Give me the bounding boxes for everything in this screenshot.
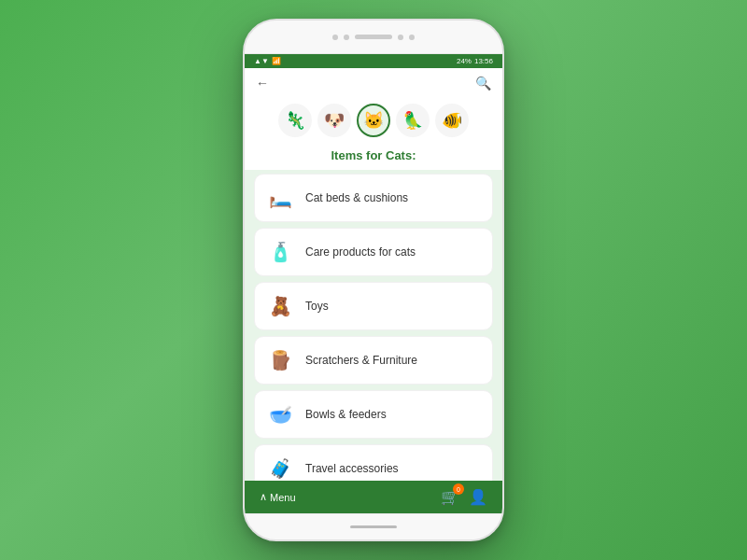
category-label-scratchers: Scratchers & Furniture xyxy=(305,354,417,367)
phone-bottom-bezel xyxy=(245,513,502,539)
profile-icon: 👤 xyxy=(469,489,487,505)
menu-button[interactable]: ∧ Menu xyxy=(260,491,296,503)
profile-button[interactable]: 👤 xyxy=(469,488,487,506)
status-left: ▲▼ 📶 xyxy=(254,57,281,65)
search-button[interactable]: 🔍 xyxy=(475,76,491,91)
category-item-bowls[interactable]: 🥣 Bowls & feeders xyxy=(254,390,493,439)
bottom-action-icons: 🛒 0 👤 xyxy=(441,488,487,506)
bottom-bar: ∧ Menu 🛒 0 👤 xyxy=(245,481,502,513)
category-item-toys[interactable]: 🧸 Toys xyxy=(254,282,493,330)
back-button[interactable]: ← xyxy=(256,76,269,91)
category-icon-beds: 🛏️ xyxy=(264,182,296,214)
bezel-dot-2 xyxy=(344,35,349,40)
category-item-care[interactable]: 🧴 Care products for cats xyxy=(254,228,493,276)
categories-list: 🛏️ Cat beds & cushions 🧴 Care products f… xyxy=(245,170,502,481)
signal-icon: ▲▼ xyxy=(254,57,269,65)
cart-badge: 0 xyxy=(453,483,464,495)
category-label-beds: Cat beds & cushions xyxy=(305,191,408,204)
home-bar xyxy=(350,525,397,528)
pet-category-row: 🦎 🐶 🐱 🦜 🐠 xyxy=(245,98,502,143)
category-icon-care: 🧴 xyxy=(264,236,296,268)
category-icon-scratchers: 🪵 xyxy=(264,344,296,376)
category-label-care: Care products for cats xyxy=(305,245,416,259)
top-nav: ← 🔍 xyxy=(245,68,502,98)
phone-frame: ▲▼ 📶 24% 13:56 ← 🔍 🦎 🐶 🐱 🦜 🐠 Items for C… xyxy=(243,19,504,541)
time-display: 13:56 xyxy=(474,57,493,65)
menu-label: Menu xyxy=(270,492,296,503)
pet-icon-fish[interactable]: 🐠 xyxy=(435,104,469,137)
section-title: Items for Cats: xyxy=(245,143,502,170)
category-item-travel[interactable]: 🧳 Travel accessories xyxy=(254,444,493,481)
bezel-dot-3 xyxy=(398,35,403,40)
pet-icon-reptile[interactable]: 🦎 xyxy=(278,104,312,137)
pet-icon-dog[interactable]: 🐶 xyxy=(317,104,351,137)
bezel-speaker xyxy=(355,35,392,39)
category-icon-toys: 🧸 xyxy=(264,290,296,322)
category-label-toys: Toys xyxy=(305,300,329,313)
bezel-dot-1 xyxy=(332,35,338,40)
cart-button[interactable]: 🛒 0 xyxy=(441,488,459,506)
wifi-icon: 📶 xyxy=(272,57,281,65)
battery-text: 24% xyxy=(457,57,472,65)
category-item-scratchers[interactable]: 🪵 Scratchers & Furniture xyxy=(254,336,493,385)
category-label-travel: Travel accessories xyxy=(305,462,399,475)
phone-top-bezel xyxy=(245,21,502,54)
status-bar: ▲▼ 📶 24% 13:56 xyxy=(245,54,502,68)
category-icon-travel: 🧳 xyxy=(264,453,296,481)
status-right: 24% 13:56 xyxy=(457,57,493,65)
category-label-bowls: Bowls & feeders xyxy=(305,408,387,421)
category-item-beds[interactable]: 🛏️ Cat beds & cushions xyxy=(254,174,493,222)
menu-chevron: ∧ xyxy=(260,491,267,503)
pet-icon-cat[interactable]: 🐱 xyxy=(357,104,390,137)
category-icon-bowls: 🥣 xyxy=(264,399,296,430)
bezel-dot-4 xyxy=(409,35,415,40)
pet-icon-bird[interactable]: 🦜 xyxy=(396,104,430,137)
